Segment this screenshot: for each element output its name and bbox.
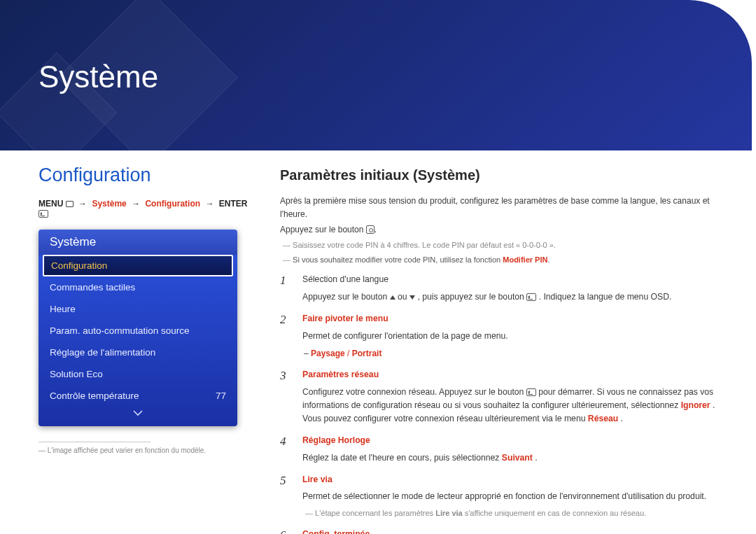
osd-item-label: Param. auto-commutation source — [50, 325, 190, 336]
osd-title: Système — [38, 230, 237, 255]
intro-line1: Après la première mise sous tension du p… — [280, 195, 724, 220]
osd-item-solution-eco[interactable]: Solution Eco — [38, 363, 237, 385]
menu-path: MENU → Système → Configuration → ENTER — [38, 199, 259, 218]
osd-item-auto-commutation[interactable]: Param. auto-commutation source — [38, 320, 237, 342]
osd-item-configuration[interactable]: Configuration — [43, 255, 233, 276]
osd-item-label: Configuration — [51, 260, 107, 271]
step-body: Permet de configurer l'orientation de la… — [302, 330, 724, 343]
section-heading: Configuration — [38, 164, 259, 186]
chapter-banner: Système — [0, 0, 752, 150]
osd-body: Configuration Commandes tactiles Heure P… — [38, 255, 237, 426]
chapter-title: Système — [38, 59, 158, 94]
step-4: Réglage Horloge Réglez la date et l'heur… — [280, 434, 724, 465]
step-body: Configurez votre connexion réseau. Appuy… — [302, 386, 724, 426]
chevron-down-icon — [132, 409, 144, 416]
down-icon — [410, 295, 415, 300]
step-body: Permet de sélectionner le mode de lecteu… — [302, 490, 724, 503]
osd-item-label: Solution Eco — [50, 369, 103, 379]
osd-item-label: Contrôle température — [50, 391, 139, 401]
model-dependent-note: L'image affichée peut varier en fonction… — [38, 447, 259, 454]
right-heading: Paramètres initiaux (Système) — [280, 164, 724, 186]
footnote-divider — [38, 442, 150, 442]
osd-scroll-down[interactable] — [38, 407, 237, 422]
osd-panel: Système Configuration Commandes tactiles… — [38, 230, 237, 426]
osd-item-controle-temperature[interactable]: Contrôle température 77 — [38, 385, 237, 407]
osd-item-heure[interactable]: Heure — [38, 298, 237, 320]
home-button-icon — [366, 225, 374, 234]
menu-icon — [66, 201, 74, 207]
path-systeme: Système — [92, 199, 126, 209]
intro-line2: Appuyez sur le bouton . — [280, 223, 724, 237]
steps-list: Sélection d'une langue Appuyez sur le bo… — [280, 273, 724, 534]
step-1: Sélection d'une langue Appuyez sur le bo… — [280, 273, 724, 304]
osd-item-label: Réglage de l'alimentation — [50, 347, 155, 358]
path-menu-label: MENU — [38, 199, 63, 209]
step-title: Paramètres réseau — [302, 368, 724, 381]
osd-item-alimentation[interactable]: Réglage de l'alimentation — [38, 342, 237, 363]
step-title: Sélection d'une langue — [302, 273, 724, 286]
step-title: Config. terminée — [302, 528, 724, 534]
step-6: Config. terminée Félicitations ! La conf… — [280, 528, 724, 534]
step-body: Appuyez sur le bouton ou , puis appuyez … — [302, 290, 724, 304]
pin-modify-note: Si vous souhaitez modifier votre code PI… — [280, 254, 724, 266]
step-3: Paramètres réseau Configurez votre conne… — [280, 368, 724, 426]
osd-item-label: Commandes tactiles — [50, 282, 135, 293]
step-title: Lire via — [302, 473, 724, 486]
up-icon — [390, 295, 396, 300]
step-title: Réglage Horloge — [302, 434, 724, 447]
step-options: Paysage / Portrait — [304, 347, 724, 360]
step-2: Faire pivoter le menu Permet de configur… — [280, 312, 724, 360]
step-title: Faire pivoter le menu — [302, 312, 724, 325]
left-column: Configuration MENU → Système → Configura… — [0, 164, 280, 534]
pin-default-note: Saisissez votre code PIN à 4 chiffres. L… — [280, 239, 724, 251]
enter-icon — [38, 210, 48, 218]
enter-icon — [526, 388, 536, 396]
path-configuration: Configuration — [145, 199, 200, 209]
step-note: L'étape concernant les paramètres Lire v… — [302, 507, 724, 519]
osd-item-commandes-tactiles[interactable]: Commandes tactiles — [38, 276, 237, 298]
enter-icon — [526, 293, 536, 301]
step-body: Réglez la date et l'heure en cours, puis… — [302, 451, 724, 465]
osd-item-label: Heure — [50, 304, 76, 314]
osd-item-value: 77 — [216, 391, 226, 401]
path-enter-label: ENTER — [219, 199, 248, 209]
page-body: Configuration MENU → Système → Configura… — [0, 150, 756, 534]
step-5: Lire via Permet de sélectionner le mode … — [280, 473, 724, 520]
right-column: Paramètres initiaux (Système) Après la p… — [280, 164, 756, 534]
